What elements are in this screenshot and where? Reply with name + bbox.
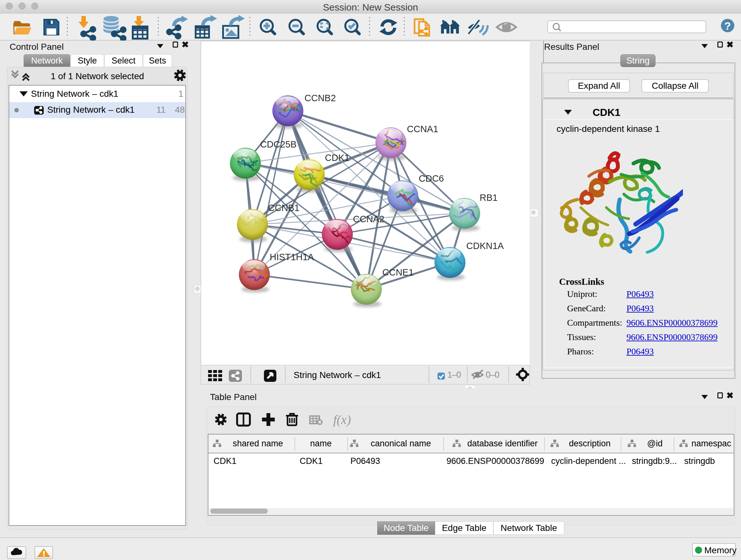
svg-text:CCNE1: CCNE1 bbox=[382, 267, 414, 277]
svg-text:CCNA1: CCNA1 bbox=[407, 124, 438, 134]
svg-text:CDC25B: CDC25B bbox=[260, 139, 296, 149]
svg-text:1–0: 1–0 bbox=[448, 370, 461, 380]
svg-text:HIST1H1A: HIST1H1A bbox=[270, 252, 314, 262]
svg-text:CCNB2: CCNB2 bbox=[305, 93, 336, 103]
svg-text:RB1: RB1 bbox=[480, 192, 497, 203]
svg-text:String Network – cdk1: String Network – cdk1 bbox=[293, 370, 381, 380]
svg-text:f(x): f(x) bbox=[333, 413, 351, 427]
svg-text:CDK1: CDK1 bbox=[325, 152, 349, 163]
svg-text:CCNA2: CCNA2 bbox=[353, 214, 384, 224]
svg-text:CDKN1A: CDKN1A bbox=[466, 241, 504, 251]
svg-text:CDC6: CDC6 bbox=[419, 173, 444, 184]
svg-text:0–0: 0–0 bbox=[486, 370, 499, 380]
svg-text:CCNB1: CCNB1 bbox=[268, 203, 299, 213]
